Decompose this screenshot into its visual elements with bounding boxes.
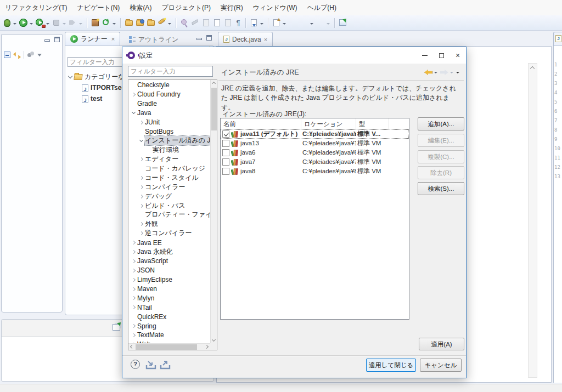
checkbox-checked-icon[interactable] bbox=[222, 130, 229, 138]
pref-tree-item[interactable]: 外観 bbox=[128, 219, 210, 229]
dialog-title-bar[interactable]: 設定 × bbox=[122, 47, 466, 64]
export-icon[interactable] bbox=[160, 360, 171, 370]
preferences-filter-input[interactable] bbox=[128, 66, 213, 77]
chevron-right-icon[interactable] bbox=[139, 231, 143, 235]
pref-tree-item[interactable]: NTail bbox=[128, 303, 210, 312]
pref-tree-item[interactable]: Mylyn bbox=[128, 293, 210, 303]
open-file-icon[interactable] bbox=[146, 18, 156, 28]
scroll-up-icon[interactable] bbox=[212, 82, 216, 86]
run-dropdown-icon[interactable] bbox=[30, 23, 33, 26]
checkbox-icon[interactable] bbox=[222, 140, 229, 147]
menu-navigate[interactable]: ナビゲート(N) bbox=[72, 0, 125, 15]
back-dropdown-icon[interactable] bbox=[310, 23, 313, 26]
chevron-down-icon[interactable] bbox=[68, 73, 72, 78]
view-menu-icon[interactable] bbox=[37, 54, 42, 59]
restore-view-icon[interactable] bbox=[113, 324, 120, 331]
chevron-right-icon[interactable] bbox=[132, 93, 136, 96]
apply-button[interactable]: 適用(A) bbox=[419, 338, 464, 350]
pref-tree-item[interactable]: 逆コンパイラー bbox=[128, 229, 210, 238]
new-java-project-icon[interactable] bbox=[91, 18, 100, 28]
last-edit-location-icon[interactable] bbox=[272, 18, 282, 28]
jre-row-java6[interactable]: java6 C:¥pleiades¥java¥6 標準 VM bbox=[221, 148, 409, 157]
save-annotation-icon[interactable] bbox=[249, 18, 259, 28]
pref-tree-item[interactable]: LimyEclipse bbox=[128, 275, 210, 285]
chevron-down-icon[interactable] bbox=[139, 138, 143, 142]
pref-tree-item[interactable]: JUnit bbox=[128, 118, 210, 127]
minimize-view-icon[interactable] bbox=[196, 38, 202, 40]
chevron-down-icon[interactable] bbox=[132, 110, 136, 114]
chevron-right-icon[interactable] bbox=[132, 324, 136, 328]
pref-tree-item[interactable]: Spring bbox=[128, 321, 210, 331]
scroll-up-icon[interactable] bbox=[530, 66, 535, 71]
scroll-left-icon[interactable] bbox=[130, 345, 134, 349]
tab-runner[interactable]: ランナー × bbox=[65, 32, 120, 46]
pref-tree-item[interactable]: コード・カバレッジ bbox=[128, 164, 210, 173]
scroll-down-icon[interactable] bbox=[212, 338, 216, 342]
pref-tree-item[interactable]: エディター bbox=[128, 155, 210, 164]
back-icon[interactable] bbox=[299, 18, 309, 28]
link-with-editor-icon[interactable] bbox=[13, 52, 21, 58]
refresh-dropdown-icon[interactable] bbox=[113, 23, 116, 26]
chevron-right-icon[interactable] bbox=[132, 278, 136, 282]
column-empty[interactable] bbox=[389, 118, 409, 129]
chevron-right-icon[interactable] bbox=[132, 296, 136, 300]
jre-row-java11[interactable]: java11 (デフォルト) C:¥pleiades¥java¥... 標準 V… bbox=[221, 129, 409, 139]
debug-dropdown-icon[interactable] bbox=[13, 23, 16, 26]
chevron-right-icon[interactable] bbox=[139, 185, 143, 189]
pref-tree-item[interactable]: コード・スタイル bbox=[128, 173, 210, 183]
chevron-right-icon[interactable] bbox=[132, 287, 136, 291]
search-torch-icon[interactable] bbox=[157, 18, 167, 28]
back-icon[interactable] bbox=[424, 70, 432, 75]
pref-tree-item[interactable]: QuickREx bbox=[128, 312, 210, 321]
pref-tree-item[interactable]: SpotBugs bbox=[128, 127, 210, 136]
menu-window[interactable]: ウィンドウ(W) bbox=[248, 0, 302, 15]
editor-scrollbar[interactable] bbox=[528, 63, 537, 378]
filters-icon[interactable] bbox=[27, 52, 35, 58]
maximize-view-icon[interactable] bbox=[206, 35, 212, 41]
pref-tree-item[interactable]: JavaScript bbox=[128, 257, 210, 266]
last-edit-dropdown-icon[interactable] bbox=[283, 23, 286, 26]
menu-project[interactable]: プロジェクト(P) bbox=[156, 0, 216, 15]
close-icon[interactable]: × bbox=[449, 49, 466, 62]
collapse-all-icon[interactable] bbox=[4, 52, 10, 58]
pref-tree-item-installed-jre[interactable]: インストール済みの JRE bbox=[128, 136, 210, 145]
open-new-window-icon[interactable] bbox=[338, 18, 348, 28]
pref-tree-item[interactable]: Java 永続化 bbox=[128, 247, 210, 257]
chevron-right-icon[interactable] bbox=[139, 203, 143, 207]
pref-tree-item[interactable]: 実行環境 bbox=[128, 145, 210, 155]
chevron-right-icon[interactable] bbox=[132, 241, 136, 245]
scrollbar-thumb[interactable] bbox=[211, 88, 217, 130]
minimize-icon[interactable] bbox=[417, 49, 433, 62]
chevron-right-icon[interactable] bbox=[139, 120, 143, 124]
pref-tree-item[interactable]: ビルド・パス bbox=[128, 201, 210, 211]
chevron-right-icon[interactable] bbox=[139, 176, 143, 180]
pref-tree-item[interactable]: Cloud Foundry bbox=[128, 90, 210, 99]
pref-tree-item[interactable]: Java EE bbox=[128, 238, 210, 247]
refresh-icon[interactable] bbox=[102, 18, 111, 28]
menu-refactoring[interactable]: リファクタリング(T) bbox=[0, 0, 72, 15]
pref-tree-item[interactable]: Maven bbox=[128, 285, 210, 294]
tree-horizontal-scrollbar[interactable] bbox=[128, 343, 210, 350]
tab-deck-java[interactable]: Deck.java × bbox=[218, 32, 273, 46]
menu-run[interactable]: 実行(R) bbox=[216, 0, 248, 15]
chevron-right-icon[interactable] bbox=[139, 195, 143, 198]
cancel-button[interactable]: キャンセル bbox=[420, 359, 462, 372]
jre-row-java8[interactable]: java8 C:¥pleiades¥java¥8 標準 VM bbox=[221, 167, 409, 176]
pref-tree-item[interactable]: Gradle bbox=[128, 99, 210, 109]
pref-tree-item[interactable]: JSON bbox=[128, 266, 210, 275]
chevron-right-icon[interactable] bbox=[132, 305, 136, 309]
run-external-dropdown-icon[interactable] bbox=[46, 23, 49, 26]
add-button[interactable]: 追加(A)... bbox=[418, 117, 464, 130]
help-icon[interactable] bbox=[131, 360, 140, 369]
jre-row-java7[interactable]: java7 C:¥pleiades¥java¥7 標準 VM bbox=[221, 157, 409, 167]
search-button[interactable]: 検索(S)... bbox=[418, 182, 464, 195]
pilcrow-icon[interactable]: ¶ bbox=[234, 18, 242, 28]
chevron-right-icon[interactable] bbox=[132, 259, 136, 263]
menu-search[interactable]: 検索(A) bbox=[125, 0, 156, 15]
debug-icon[interactable] bbox=[2, 18, 12, 28]
chevron-right-icon[interactable] bbox=[132, 333, 136, 337]
column-location[interactable]: ロケーション bbox=[301, 118, 356, 129]
chevron-right-icon[interactable] bbox=[139, 157, 143, 161]
close-tab-icon[interactable]: × bbox=[264, 36, 267, 43]
pref-tree-item[interactable]: Checkstyle bbox=[128, 81, 210, 90]
